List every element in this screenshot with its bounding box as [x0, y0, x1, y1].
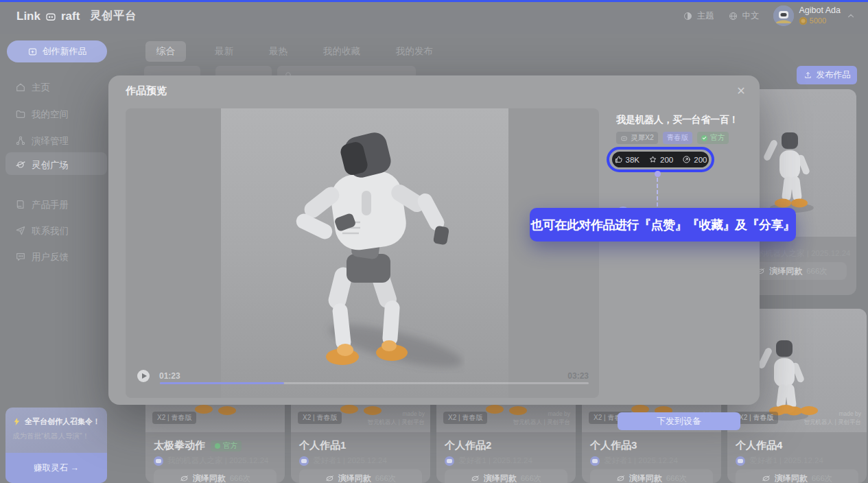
language-switch[interactable]: 中文 [728, 10, 760, 22]
tab-newest[interactable]: 最新 [208, 41, 240, 62]
user-menu[interactable]: Agibot Ada 5000 [773, 5, 856, 26]
sidebar-item-feedback[interactable]: 用户反馈 [0, 246, 110, 267]
brand-prefix: Link [16, 10, 40, 23]
favorite-stat[interactable]: 200 [773, 317, 799, 327]
home-icon [15, 82, 26, 93]
tutorial-callout: 也可在此对作品进行『点赞』『收藏』及『分享』 [530, 208, 796, 242]
action-count: 666次 [812, 473, 833, 483]
perform-same-button[interactable]: 演绎同款 666次 [154, 469, 277, 483]
author-line: 爱好者1 | 2025.12.24 [458, 456, 532, 466]
bolt-icon [12, 417, 21, 426]
coin-count: 5000 [810, 16, 826, 26]
model-tag-chip: X2 | 青春版 [443, 412, 487, 424]
share-stat[interactable]: 200 [809, 317, 836, 327]
sidebar-item-home[interactable]: 主页 [0, 77, 110, 97]
sidebar-label: 演绎管理 [32, 135, 69, 148]
thumbs-up-icon [614, 155, 623, 164]
theme-label: 主题 [697, 10, 714, 22]
action-label: 演绎同款 [769, 266, 802, 277]
tutorial-anchor-dot [655, 171, 661, 177]
perform-same-button[interactable]: 演绎同款 666次 [445, 469, 567, 483]
close-icon[interactable]: ✕ [733, 82, 749, 99]
creator-promo-card: 全平台创作人召集令！ 成为首批“机器人导演”！ 赚取灵石 → [5, 408, 107, 483]
favorite-button[interactable]: 200 [648, 155, 673, 164]
card-title-row: 太极拳动作 官方 [154, 439, 242, 452]
watermark: made by智元机器人 | 灵创平台 [513, 410, 570, 427]
share-stat[interactable]: 200 [809, 97, 836, 107]
progress-bar[interactable] [160, 382, 589, 384]
official-tag-label: 官方 [710, 133, 725, 143]
favorite-count: 200 [785, 97, 799, 107]
card-author-row: 我的机器人之家 | 2025.12.24 [154, 456, 268, 466]
official-tag: 官方 [697, 132, 729, 144]
create-work-button[interactable]: 创作新作品 [7, 40, 107, 62]
sidebar-item-manual[interactable]: 产品手册 [0, 194, 110, 215]
sidebar-label: 产品手册 [32, 199, 69, 211]
action-label: 演绎同款 [193, 473, 226, 483]
publish-work-button[interactable]: 发布作品 [797, 66, 857, 84]
feed-tabs: 综合 最新 最热 我的收藏 我的发布 [145, 41, 440, 62]
edition-tag-label: 青春版 [667, 133, 689, 143]
chat-icon [15, 251, 26, 262]
user-avatar [773, 5, 794, 26]
avatar-robot-image [773, 5, 794, 26]
robot-thumbnail-image [760, 127, 823, 213]
sidebar-item-performance[interactable]: 演绎管理 [0, 130, 110, 151]
card-author-row: 爱好者1 | 2025.12.24 [736, 456, 823, 466]
perform-same-button[interactable]: 演绎同款 666次 [299, 469, 422, 483]
sidebar: 创作新作品 主页 我的空间 演绎管理 灵创广场 产品手册 联系我们 [0, 34, 110, 483]
nodes-icon [15, 135, 26, 146]
chevron-up-icon [846, 11, 856, 21]
play-button[interactable] [137, 370, 150, 382]
sidebar-item-contact[interactable]: 联系我们 [0, 220, 110, 241]
globe-icon [728, 11, 738, 21]
perform-same-button[interactable]: 演绎同款 666次 [736, 469, 858, 483]
share-count: 200 [694, 156, 707, 164]
like-count: 38K [626, 156, 640, 164]
promo-title: 全平台创作人召集令！ [25, 416, 100, 427]
tab-favorites[interactable]: 我的收藏 [316, 41, 367, 62]
current-time: 01:23 [159, 371, 180, 381]
card-title-row: 个人作品1 [299, 439, 346, 452]
publish-label: 发布作品 [817, 69, 851, 81]
share-icon [682, 155, 691, 164]
brand-suffix: raft [61, 10, 80, 23]
share-icon [809, 318, 818, 327]
model-tag: 灵犀X2 [616, 132, 658, 144]
action-count: 666次 [806, 266, 828, 276]
tab-hottest[interactable]: 最热 [262, 41, 294, 62]
sidebar-item-plaza[interactable]: 灵创广场 [0, 154, 110, 175]
robot-tag-icon [620, 134, 628, 142]
loop-icon [180, 474, 189, 483]
card-title: 个人作品3 [590, 439, 637, 452]
share-button[interactable]: 200 [682, 155, 707, 164]
share-count: 200 [821, 97, 836, 107]
card-title-row: 个人作品2 [445, 439, 491, 452]
robot-logo-icon [45, 10, 57, 23]
loop-icon [616, 474, 625, 483]
tab-overall[interactable]: 综合 [145, 41, 186, 62]
tab-published[interactable]: 我的发布 [389, 41, 440, 62]
deploy-to-device-button[interactable]: 下发到设备 [618, 412, 740, 430]
work-tags: 灵犀X2 青春版 官方 [616, 132, 729, 144]
coin-icon [799, 17, 807, 25]
card-title: 太极拳动作 [154, 439, 205, 452]
perform-same-button[interactable]: 演绎同款 666次 [590, 469, 713, 483]
share-count: 200 [821, 317, 836, 327]
like-button[interactable]: 38K [614, 155, 640, 164]
robot-video-image [266, 119, 465, 373]
star-icon [648, 155, 657, 164]
card-title-row: 个人作品4 [736, 439, 782, 452]
author-avatar [154, 456, 163, 466]
earn-gems-button[interactable]: 赚取灵石 → [5, 453, 107, 483]
author-line: 爱好者1 | 2025.12.24 [604, 456, 678, 466]
action-count: 666次 [521, 473, 542, 483]
top-accent-line [0, 0, 868, 2]
theme-toggle[interactable]: 主题 [683, 10, 714, 22]
sidebar-label: 主页 [32, 82, 50, 94]
watermark: made by智元机器人 | 灵创平台 [368, 410, 425, 427]
official-dot-icon [215, 443, 220, 449]
action-count: 666次 [230, 473, 251, 483]
sidebar-item-my-space[interactable]: 我的空间 [0, 104, 110, 124]
favorite-stat[interactable]: 200 [773, 97, 799, 107]
